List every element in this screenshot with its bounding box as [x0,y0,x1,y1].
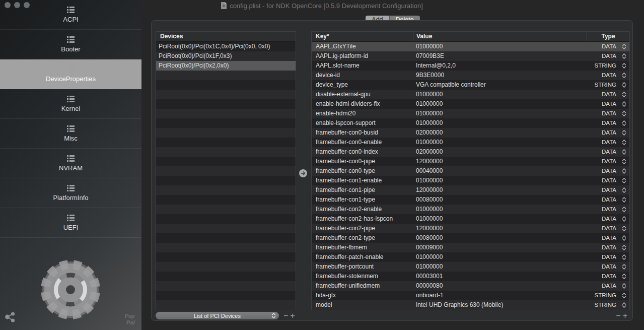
property-row[interactable]: framebuffer-con1-enable01000000DATA [312,176,629,185]
property-key-cell: framebuffer-con0-enable [312,138,413,147]
property-row[interactable]: framebuffer-con2-pipe12000000DATA [312,224,629,233]
share-icon[interactable] [5,311,16,323]
property-row[interactable]: framebuffer-con0-enable01000000DATA [312,138,629,147]
remove-device-button[interactable]: − [283,312,288,319]
type-stepper[interactable] [618,205,629,214]
type-stepper[interactable] [618,157,629,166]
type-stepper[interactable] [618,243,629,252]
sidebar-item-label: DeviceProperties [46,75,96,83]
property-row[interactable]: framebuffer-con0-pipe12000000DATA [312,157,629,166]
property-key-cell: framebuffer-con0-type [312,166,413,176]
type-stepper[interactable] [618,51,629,61]
type-stepper[interactable] [618,291,629,300]
type-stepper[interactable] [618,252,629,262]
property-row[interactable]: framebuffer-con1-type00080000DATA [312,195,629,205]
property-value-cell: 01000000 [413,99,587,109]
type-stepper[interactable] [618,99,629,109]
type-stepper[interactable] [618,71,629,80]
device-row[interactable]: PciRoot(0x0)/Pci(0x2,0x0) [156,61,296,71]
device-row-empty [156,147,296,157]
device-row-empty [156,166,296,176]
type-stepper[interactable] [618,185,629,195]
minimize-button[interactable] [14,2,20,8]
device-row-empty [156,71,296,80]
property-type-cell: DATA [587,128,618,138]
property-row[interactable]: AAPL,GfxYTile01000000DATA [312,42,629,51]
property-row[interactable]: enable-lspcon-support01000000DATA [312,118,629,128]
type-stepper[interactable] [618,281,629,291]
type-stepper[interactable] [618,147,629,157]
type-stepper[interactable] [618,300,629,310]
type-stepper[interactable] [618,166,629,176]
property-key-cell: framebuffer-fbmem [312,243,413,252]
property-row[interactable]: hda-gfxonboard-1STRING [312,291,629,300]
sidebar-item-misc[interactable]: Misc [0,119,141,149]
sidebar-item-booter[interactable]: Booter [0,30,141,59]
property-row[interactable]: framebuffer-patch-enable01000000DATA [312,252,629,262]
property-row[interactable]: framebuffer-con2-type00080000DATA [312,233,629,243]
type-stepper[interactable] [618,128,629,138]
device-row-empty [156,214,296,224]
devices-table-body: PciRoot(0x0)/Pci(0x1C,0x4)/Pci(0x0, 0x0)… [156,42,296,310]
transfer-arrow-button[interactable] [299,169,307,177]
type-stepper[interactable] [618,80,629,90]
property-value-cell: 00009000 [413,243,587,252]
sidebar-section-list: ACPI Booter DeviceProperties Kernel Misc… [0,0,141,238]
device-row-empty [156,185,296,195]
add-property-button[interactable]: + [623,312,627,319]
type-stepper[interactable] [618,109,629,118]
type-stepper[interactable] [618,233,629,243]
device-row[interactable]: PciRoot(0x0)/Pci(0x1C,0x4)/Pci(0x0, 0x0) [156,42,296,51]
property-type-cell: DATA [587,262,618,272]
type-stepper[interactable] [618,118,629,128]
property-row[interactable]: framebuffer-unifiedmem00000080DATA [312,281,629,291]
property-value-cell: Intel UHD Graphics 630 (Mobile) [413,300,587,310]
type-stepper[interactable] [618,262,629,272]
type-stepper[interactable] [618,176,629,185]
property-type-cell: STRING [587,300,618,310]
devices-add-remove-controls: − + [283,312,295,319]
type-stepper[interactable] [618,272,629,281]
property-row[interactable]: AAPL,ig-platform-id07009B3EDATA [312,51,629,61]
add-device-button[interactable]: + [290,312,295,319]
device-row-empty [156,80,296,90]
property-row[interactable]: enable-hdmi2001000000DATA [312,109,629,118]
property-row[interactable]: AAPL,slot-nameInternal@0,2,0STRING [312,61,629,71]
close-button[interactable] [5,2,11,8]
sidebar-item-uefi[interactable]: UEFI [0,208,141,238]
property-value-cell: 12000000 [413,157,587,166]
property-type-cell: STRING [587,291,618,300]
property-row[interactable]: framebuffer-fbmem00009000DATA [312,243,629,252]
sidebar-item-kernel[interactable]: Kernel [0,89,141,119]
type-stepper[interactable] [618,61,629,71]
type-stepper[interactable] [618,42,629,51]
zoom-button[interactable] [24,2,30,8]
type-stepper[interactable] [618,90,629,99]
sidebar-item-nvram[interactable]: NVRAM [0,149,141,178]
property-row[interactable]: disable-external-gpu01000000DATA [312,90,629,99]
property-row[interactable]: enable-hdmi-dividers-fix01000000DATA [312,99,629,109]
properties-add-remove-controls: − + [616,312,627,319]
type-stepper[interactable] [618,224,629,233]
property-row[interactable]: modelIntel UHD Graphics 630 (Mobile)STRI… [312,300,629,310]
property-row[interactable]: framebuffer-con0-index02000000DATA [312,147,629,157]
property-row[interactable]: framebuffer-con0-busid02000000DATA [312,128,629,138]
property-row[interactable]: framebuffer-portcount01000000DATA [312,262,629,272]
property-row[interactable]: framebuffer-con0-type00040000DATA [312,166,629,176]
property-row[interactable]: device-id9B3E0000DATA [312,71,629,80]
type-stepper[interactable] [618,214,629,224]
paypal-logo[interactable]: Pay Pal [125,313,135,326]
remove-property-button[interactable]: − [616,312,620,319]
device-row[interactable]: PciRoot(0x0)/Pci(0x1F,0x3) [156,51,296,61]
type-stepper[interactable] [618,138,629,147]
type-stepper[interactable] [618,195,629,205]
property-row[interactable]: framebuffer-stolenmem00003001DATA [312,272,629,281]
property-row[interactable]: framebuffer-con2-has-lspcon01000000DATA [312,214,629,224]
device-row-empty [156,233,296,243]
property-row[interactable]: framebuffer-con2-enable01000000DATA [312,205,629,214]
device-type-dropdown[interactable]: List of PCI Devices [156,312,279,319]
property-row[interactable]: device_typeVGA compatible controllerSTRI… [312,80,629,90]
sidebar-item-deviceproperties[interactable]: DeviceProperties [0,59,141,89]
sidebar-item-platforminfo[interactable]: PlatformInfo [0,178,141,208]
property-row[interactable]: framebuffer-con1-pipe12000000DATA [312,185,629,195]
